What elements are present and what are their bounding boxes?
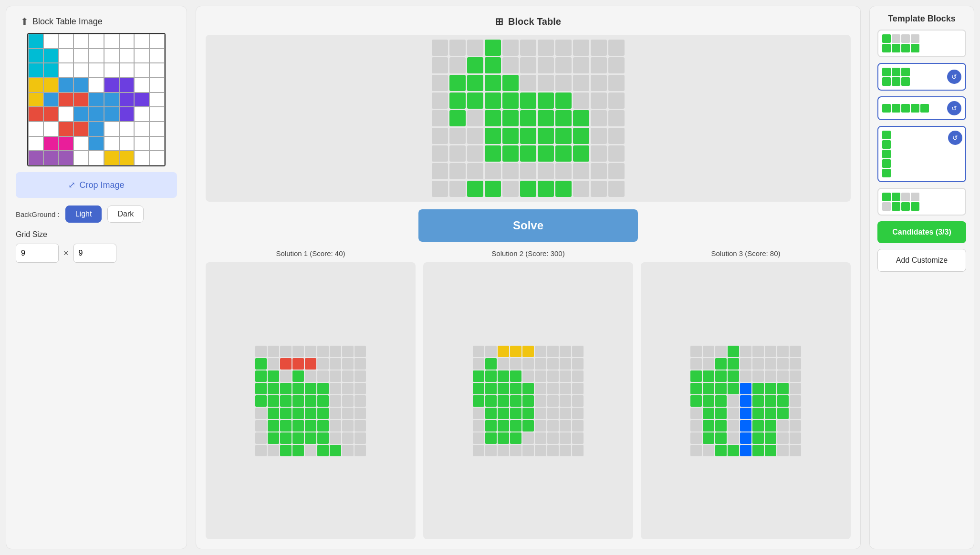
main-block-grid: [432, 40, 625, 197]
table-icon: ⊞: [495, 16, 503, 27]
bg-light-button[interactable]: Light: [65, 206, 102, 223]
refresh-block-3-button[interactable]: ↺: [947, 101, 961, 115]
template-block-4[interactable]: ↺: [877, 126, 966, 182]
grid-size-section: Grid Size ×: [16, 230, 177, 263]
template-block-1: [877, 30, 966, 57]
left-panel: ⬆ Block Table Image: [6, 6, 187, 549]
grid-width-input[interactable]: [16, 244, 59, 263]
times-symbol: ×: [63, 248, 69, 258]
right-panel: Template Blocks ↺ ↺ ↺: [869, 6, 974, 549]
solutions-row: Solution 1 (Score: 40): [206, 249, 851, 539]
bg-label: BackGround :: [16, 210, 60, 218]
solution-1-card: Solution 1 (Score: 40): [206, 249, 416, 539]
bg-dark-button[interactable]: Dark: [107, 206, 144, 223]
crop-image-button[interactable]: ⤢ Crop Image: [16, 172, 177, 198]
upload-label: ⬆ Block Table Image: [16, 16, 103, 27]
refresh-block-2-button[interactable]: ↺: [947, 70, 961, 84]
block-table-header: ⊞ Block Table: [206, 16, 851, 27]
template-block-3[interactable]: ↺: [877, 96, 966, 120]
template-block-2[interactable]: ↺: [877, 63, 966, 91]
candidates-button[interactable]: Candidates (3/3): [877, 221, 966, 243]
solution-1-title: Solution 1 (Score: 40): [206, 249, 416, 257]
crop-button-label: Crop Image: [79, 180, 124, 190]
block-table-title: Block Table: [508, 16, 561, 27]
solution-2-card: Solution 2 (Score: 300): [423, 249, 633, 539]
solution-3-grid: [641, 262, 851, 539]
add-customize-button[interactable]: Add Customize: [877, 249, 966, 272]
grid-height-input[interactable]: [73, 244, 116, 263]
solution-2-grid: [423, 262, 633, 539]
upload-section: ⬆ Block Table Image: [16, 16, 177, 198]
template-title: Template Blocks: [877, 14, 966, 24]
solution-2-title: Solution 2 (Score: 300): [423, 249, 633, 257]
background-section: BackGround : Light Dark: [16, 206, 177, 223]
solution-3-card: Solution 3 (Score: 80): [641, 249, 851, 539]
solve-button[interactable]: Solve: [418, 209, 638, 242]
upload-label-text: Block Table Image: [32, 17, 103, 27]
grid-size-inputs: ×: [16, 244, 177, 263]
refresh-block-4-button[interactable]: ↺: [948, 131, 962, 145]
block-grid-container: [206, 35, 851, 202]
solution-3-title: Solution 3 (Score: 80): [641, 249, 851, 257]
crop-icon: ⤢: [68, 180, 75, 190]
grid-size-label: Grid Size: [16, 230, 177, 239]
middle-panel: ⊞ Block Table Solve: [196, 6, 861, 549]
upload-icon: ⬆: [21, 16, 29, 27]
solution-1-grid: [206, 262, 416, 539]
block-image-preview: [27, 33, 166, 166]
template-block-5: [877, 188, 966, 216]
